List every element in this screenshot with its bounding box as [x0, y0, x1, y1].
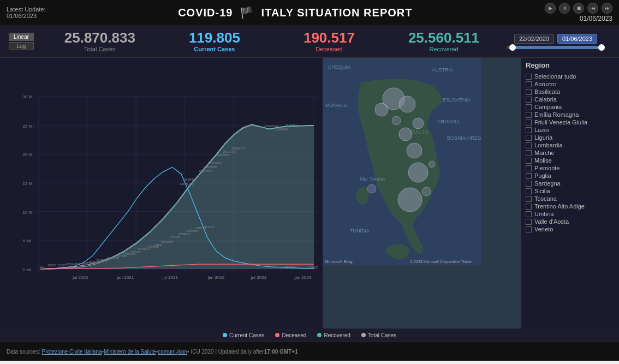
- page-title: COVID-19 🏴 ITALY SITUATION REPORT: [178, 6, 412, 19]
- region-checkbox[interactable]: [526, 158, 532, 164]
- region-item[interactable]: Marche: [526, 149, 615, 157]
- bubble-puglia: [428, 161, 435, 168]
- map-svg: CHEQUIA AUSTRIA ITALIA CROÁCIA BÓSNIA-HR…: [323, 58, 481, 265]
- slider-thumb-right[interactable]: [598, 44, 605, 51]
- region-item[interactable]: Lombardia: [526, 141, 615, 149]
- region-checkbox[interactable]: [526, 181, 532, 187]
- end-date-btn[interactable]: 01/06/2023: [557, 34, 597, 44]
- region-checkbox[interactable]: [526, 188, 532, 194]
- bubble-sicilia: [398, 188, 422, 212]
- footer-source3[interactable]: comuni-json: [158, 349, 187, 355]
- legend-total: Total Cases: [361, 332, 396, 338]
- current-cases-metric: 119.805 Current Cases: [157, 30, 272, 52]
- region-label: Sicilia: [534, 188, 550, 194]
- region-item[interactable]: Emília Romagna: [526, 111, 615, 118]
- region-checkbox[interactable]: [526, 120, 532, 126]
- region-item[interactable]: Sardegna: [526, 180, 615, 187]
- y-label-10mi: 10 Mi: [23, 210, 34, 215]
- region-title: Region: [526, 61, 615, 69]
- region-label: Valle d'Aosta: [534, 218, 569, 225]
- region-item[interactable]: Trentino Alto Adige: [526, 202, 615, 210]
- region-checkbox[interactable]: [526, 211, 532, 217]
- region-checkbox[interactable]: [526, 165, 532, 171]
- region-checkbox[interactable]: [526, 89, 532, 95]
- footer-source2[interactable]: Ministero della Salute: [104, 349, 156, 355]
- region-checkbox[interactable]: [526, 135, 532, 141]
- region-item[interactable]: Valle d'Aosta: [526, 218, 615, 225]
- region-label: Trentino Alto Adige: [534, 203, 585, 210]
- bottom-bar: Microsoft Power BI ‹ 1 de 23 › − + 84% ⊡…: [0, 361, 619, 364]
- region-label: Lazio: [534, 127, 549, 133]
- date-slider[interactable]: [507, 46, 605, 49]
- label-12135331: 12135331: [180, 182, 193, 186]
- region-item[interactable]: Puglia: [526, 172, 615, 180]
- total-cases-value: 25.870.833: [43, 30, 157, 46]
- deceased-metric: 190.517 Deceased: [272, 30, 386, 52]
- region-checkbox[interactable]: [526, 150, 532, 156]
- region-item[interactable]: Veneto: [526, 225, 615, 233]
- region-checkbox[interactable]: [526, 112, 532, 118]
- footer: Data sources: Protezione Civile Italiana…: [0, 342, 619, 361]
- stop-button[interactable]: ⏹: [573, 3, 584, 14]
- region-checkbox[interactable]: [526, 173, 532, 179]
- label-17312432: 17312432: [207, 162, 221, 165]
- region-checkbox[interactable]: [526, 127, 532, 133]
- region-item[interactable]: Toscana: [526, 195, 615, 202]
- region-checkbox[interactable]: [526, 219, 532, 225]
- bubble-lazio: [407, 143, 422, 158]
- region-checkbox[interactable]: [526, 81, 532, 87]
- label-16353585: 16353585: [203, 165, 217, 169]
- region-label: Liguria: [534, 134, 552, 141]
- label-1284016: 1284016: [178, 232, 191, 236]
- prev-button[interactable]: ⏮: [587, 3, 598, 14]
- bing-logo: Microsoft Bing: [325, 259, 353, 264]
- pause-button[interactable]: ⏸: [559, 3, 570, 14]
- region-item[interactable]: Basilicata: [526, 88, 615, 96]
- scale-log-btn[interactable]: Log: [9, 42, 34, 50]
- region-panel: Region Selecionar tudoAbruzzoBasilicataC…: [521, 58, 619, 329]
- legend-deceased: Deceased: [275, 332, 306, 338]
- start-date-btn[interactable]: 22/02/2020: [514, 34, 554, 44]
- region-item[interactable]: Friuli Venezia Giulia: [526, 118, 615, 126]
- region-label: Campania: [534, 104, 562, 110]
- label-185198: 185198: [285, 266, 295, 269]
- region-checkbox[interactable]: [526, 97, 532, 103]
- region-item[interactable]: Umbria: [526, 210, 615, 218]
- recovered-metric: 25.560.511 Recovered: [386, 30, 501, 52]
- region-checkbox[interactable]: [526, 74, 532, 80]
- region-item[interactable]: Calabria: [526, 96, 615, 103]
- x-label-jul2021: jul 2021: [162, 275, 178, 280]
- legend-dot-total: [361, 333, 366, 337]
- region-checkbox[interactable]: [526, 226, 532, 232]
- scale-linear-btn[interactable]: Linear: [9, 33, 34, 41]
- deceased-value: 190.517: [272, 30, 386, 46]
- region-item[interactable]: Piemonte: [526, 164, 615, 172]
- region-item[interactable]: Molise: [526, 157, 615, 164]
- metrics-row: Linear Log 25.870.833 Total Cases 119.80…: [0, 25, 619, 58]
- region-item[interactable]: Campania: [526, 103, 615, 111]
- region-label: Molise: [534, 157, 552, 164]
- y-label-20mi: 20 Mi: [23, 152, 34, 157]
- slider-thumb-left[interactable]: [509, 44, 516, 51]
- region-item[interactable]: Sicilia: [526, 187, 615, 195]
- region-label: Emília Romagna: [534, 111, 579, 118]
- legend-recovered: Recovered: [317, 332, 350, 338]
- region-checkbox[interactable]: [526, 196, 532, 202]
- footer-source1[interactable]: Protezione Civile Italiana: [41, 349, 102, 355]
- main-chart: .grid-line { stroke: #2a2a4a; stroke-wid…: [22, 62, 318, 312]
- next-button[interactable]: ⏭: [602, 3, 612, 14]
- y-label-30mi: 30 Mi: [23, 94, 34, 99]
- region-label: Puglia: [534, 172, 551, 179]
- region-item[interactable]: Selecionar tudo: [526, 73, 615, 80]
- map-label-bosnia: BÓSNIA-HRZG.: [447, 135, 481, 141]
- region-item[interactable]: Lazio: [526, 126, 615, 134]
- region-item[interactable]: Liguria: [526, 134, 615, 141]
- region-checkbox[interactable]: [526, 142, 532, 148]
- label-12230: 12230: [57, 264, 66, 267]
- region-checkbox[interactable]: [526, 104, 532, 110]
- play-button[interactable]: ▶: [545, 3, 556, 14]
- region-item[interactable]: Abruzzo: [526, 80, 615, 88]
- legend-label-total: Total Cases: [368, 332, 396, 338]
- region-label: Basilicata: [534, 88, 560, 95]
- region-checkbox[interactable]: [526, 204, 532, 210]
